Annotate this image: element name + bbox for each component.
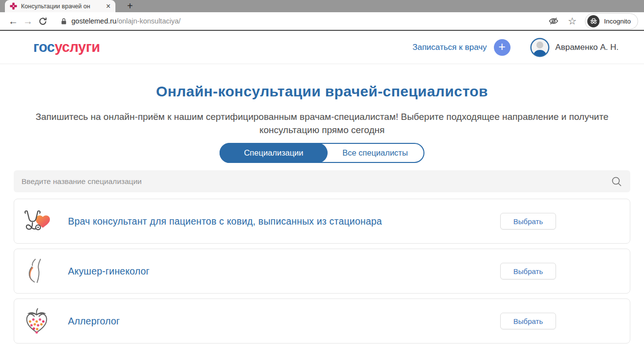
header-right: Записаться к врачу + Авраменко А. Н. xyxy=(412,38,619,57)
choose-button[interactable]: Выбрать xyxy=(500,313,556,329)
new-tab-button[interactable]: + xyxy=(127,1,133,11)
page-subtitle: Запишитесь на онлайн-приём к нашим серти… xyxy=(0,110,644,137)
reload-button[interactable] xyxy=(35,17,50,26)
search-input[interactable] xyxy=(22,177,611,186)
password-hidden-eye-icon[interactable] xyxy=(548,16,559,26)
address-bar[interactable]: gostelemed.ru /onlajn-konsultaciya/ xyxy=(56,14,539,28)
specializations-list: Врач консультант для пациентов с ковид, … xyxy=(0,199,644,344)
lock-icon xyxy=(61,18,67,25)
logo-part-red: услуги xyxy=(55,39,100,55)
bookmark-star-icon[interactable]: ☆ xyxy=(568,15,577,27)
stethoscope-heart-icon xyxy=(22,206,51,236)
view-switcher: Специализации Все специалисты xyxy=(220,143,424,163)
forward-button[interactable]: → xyxy=(21,16,35,27)
logo-part-blue: гос xyxy=(33,39,55,55)
specialization-link[interactable]: Аллерголог xyxy=(68,316,120,327)
tab-specializations[interactable]: Специализации xyxy=(220,143,328,163)
back-button[interactable]: ← xyxy=(6,16,21,27)
choose-button[interactable]: Выбрать xyxy=(500,213,556,229)
browser-tab-strip: Консультации врачей он × + xyxy=(0,0,644,12)
main-content: Онлайн-консультации врачей-специалистов … xyxy=(0,83,644,344)
specialization-link[interactable]: Акушер-гинеколог xyxy=(68,266,150,277)
gosuslugi-logo[interactable]: госуслуги xyxy=(33,39,100,55)
list-item-obstetrician: Акушер-гинеколог Выбрать xyxy=(14,249,630,294)
tab-close-icon[interactable]: × xyxy=(105,2,112,10)
strawberry-icon xyxy=(22,306,51,336)
site-favicon-icon xyxy=(10,2,17,10)
site-header: госуслуги Записаться к врачу + Авраменко… xyxy=(0,31,644,64)
appointment-link[interactable]: Записаться к врачу xyxy=(412,43,487,52)
user-name[interactable]: Авраменко А. Н. xyxy=(555,43,619,52)
url-path: /onlajn-konsultaciya/ xyxy=(116,17,180,25)
search-icon[interactable] xyxy=(611,176,622,187)
list-item-allergist: Аллерголог Выбрать xyxy=(14,298,630,344)
add-appointment-button[interactable]: + xyxy=(494,39,511,56)
specialization-search xyxy=(14,170,630,192)
incognito-badge: Incognito xyxy=(585,13,638,29)
specialization-link[interactable]: Врач консультант для пациентов с ковид, … xyxy=(68,216,382,227)
pregnant-woman-icon xyxy=(22,256,51,286)
incognito-icon xyxy=(587,15,600,27)
user-avatar[interactable] xyxy=(530,38,550,57)
browser-toolbar: ← → gostelemed.ru /onlajn-konsultaciya/ … xyxy=(0,12,644,31)
browser-tab[interactable]: Консультации врачей он × xyxy=(5,0,115,12)
url-domain: gostelemed.ru xyxy=(71,17,116,25)
tab-title: Консультации врачей он xyxy=(21,3,105,10)
choose-button[interactable]: Выбрать xyxy=(500,263,556,279)
page-title: Онлайн-консультации врачей-специалистов xyxy=(0,83,644,100)
incognito-label: Incognito xyxy=(604,18,631,25)
list-item-covid-consultant: Врач консультант для пациентов с ковид, … xyxy=(14,199,630,244)
subtitle-line-1: Запишитесь на онлайн-приём к нашим серти… xyxy=(0,110,644,123)
tab-all-specialists[interactable]: Все специалисты xyxy=(327,143,423,163)
subtitle-line-2: консультацию прямо сегодня xyxy=(0,123,644,137)
